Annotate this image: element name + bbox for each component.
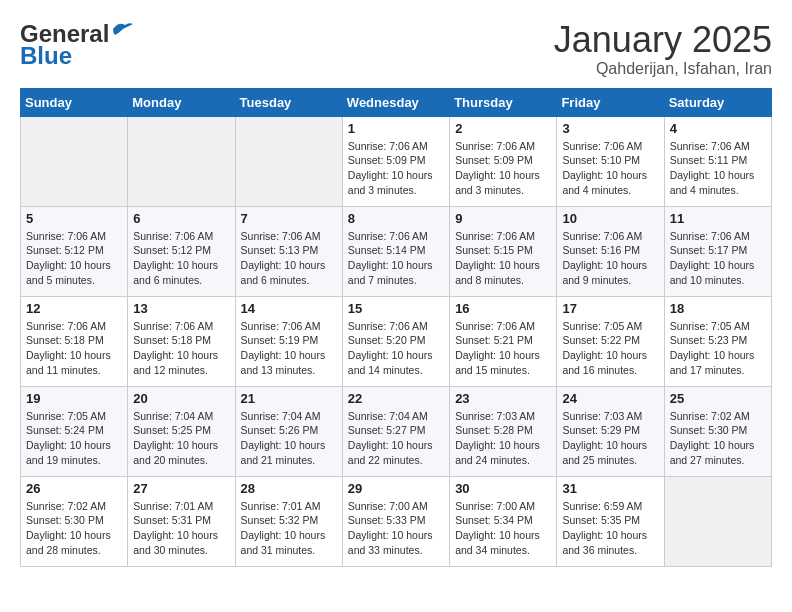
day-info: Sunrise: 7:00 AM Sunset: 5:34 PM Dayligh… bbox=[455, 499, 551, 558]
day-number: 5 bbox=[26, 211, 122, 226]
day-info: Sunrise: 7:06 AM Sunset: 5:13 PM Dayligh… bbox=[241, 229, 337, 288]
week-row-1: 1Sunrise: 7:06 AM Sunset: 5:09 PM Daylig… bbox=[21, 116, 772, 206]
day-info: Sunrise: 7:06 AM Sunset: 5:15 PM Dayligh… bbox=[455, 229, 551, 288]
day-number: 7 bbox=[241, 211, 337, 226]
day-number: 9 bbox=[455, 211, 551, 226]
table-row: 4Sunrise: 7:06 AM Sunset: 5:11 PM Daylig… bbox=[664, 116, 771, 206]
day-number: 1 bbox=[348, 121, 444, 136]
table-row: 23Sunrise: 7:03 AM Sunset: 5:28 PM Dayli… bbox=[450, 386, 557, 476]
logo: General Blue bbox=[20, 20, 133, 70]
table-row: 14Sunrise: 7:06 AM Sunset: 5:19 PM Dayli… bbox=[235, 296, 342, 386]
table-row: 12Sunrise: 7:06 AM Sunset: 5:18 PM Dayli… bbox=[21, 296, 128, 386]
table-row: 22Sunrise: 7:04 AM Sunset: 5:27 PM Dayli… bbox=[342, 386, 449, 476]
table-row bbox=[664, 476, 771, 566]
day-info: Sunrise: 7:05 AM Sunset: 5:24 PM Dayligh… bbox=[26, 409, 122, 468]
day-info: Sunrise: 7:01 AM Sunset: 5:32 PM Dayligh… bbox=[241, 499, 337, 558]
table-row: 24Sunrise: 7:03 AM Sunset: 5:29 PM Dayli… bbox=[557, 386, 664, 476]
day-number: 2 bbox=[455, 121, 551, 136]
title-block: January 2025 Qahderijan, Isfahan, Iran bbox=[554, 20, 772, 78]
day-info: Sunrise: 7:06 AM Sunset: 5:18 PM Dayligh… bbox=[133, 319, 229, 378]
table-row: 2Sunrise: 7:06 AM Sunset: 5:09 PM Daylig… bbox=[450, 116, 557, 206]
page-header: General Blue January 2025 Qahderijan, Is… bbox=[20, 20, 772, 78]
table-row: 16Sunrise: 7:06 AM Sunset: 5:21 PM Dayli… bbox=[450, 296, 557, 386]
day-number: 17 bbox=[562, 301, 658, 316]
day-number: 25 bbox=[670, 391, 766, 406]
day-info: Sunrise: 7:06 AM Sunset: 5:16 PM Dayligh… bbox=[562, 229, 658, 288]
day-info: Sunrise: 7:04 AM Sunset: 5:25 PM Dayligh… bbox=[133, 409, 229, 468]
table-row: 5Sunrise: 7:06 AM Sunset: 5:12 PM Daylig… bbox=[21, 206, 128, 296]
day-info: Sunrise: 7:04 AM Sunset: 5:27 PM Dayligh… bbox=[348, 409, 444, 468]
day-number: 22 bbox=[348, 391, 444, 406]
day-number: 4 bbox=[670, 121, 766, 136]
day-number: 10 bbox=[562, 211, 658, 226]
table-row: 6Sunrise: 7:06 AM Sunset: 5:12 PM Daylig… bbox=[128, 206, 235, 296]
day-number: 19 bbox=[26, 391, 122, 406]
day-number: 12 bbox=[26, 301, 122, 316]
day-info: Sunrise: 7:00 AM Sunset: 5:33 PM Dayligh… bbox=[348, 499, 444, 558]
table-row: 20Sunrise: 7:04 AM Sunset: 5:25 PM Dayli… bbox=[128, 386, 235, 476]
day-info: Sunrise: 7:04 AM Sunset: 5:26 PM Dayligh… bbox=[241, 409, 337, 468]
table-row: 3Sunrise: 7:06 AM Sunset: 5:10 PM Daylig… bbox=[557, 116, 664, 206]
col-wednesday: Wednesday bbox=[342, 88, 449, 116]
table-row: 1Sunrise: 7:06 AM Sunset: 5:09 PM Daylig… bbox=[342, 116, 449, 206]
day-info: Sunrise: 7:03 AM Sunset: 5:28 PM Dayligh… bbox=[455, 409, 551, 468]
day-number: 24 bbox=[562, 391, 658, 406]
table-row: 17Sunrise: 7:05 AM Sunset: 5:22 PM Dayli… bbox=[557, 296, 664, 386]
weekday-header-row: Sunday Monday Tuesday Wednesday Thursday… bbox=[21, 88, 772, 116]
day-info: Sunrise: 7:05 AM Sunset: 5:22 PM Dayligh… bbox=[562, 319, 658, 378]
table-row: 25Sunrise: 7:02 AM Sunset: 5:30 PM Dayli… bbox=[664, 386, 771, 476]
day-number: 26 bbox=[26, 481, 122, 496]
day-number: 30 bbox=[455, 481, 551, 496]
day-info: Sunrise: 7:06 AM Sunset: 5:10 PM Dayligh… bbox=[562, 139, 658, 198]
day-info: Sunrise: 7:06 AM Sunset: 5:09 PM Dayligh… bbox=[348, 139, 444, 198]
day-info: Sunrise: 7:06 AM Sunset: 5:20 PM Dayligh… bbox=[348, 319, 444, 378]
day-info: Sunrise: 6:59 AM Sunset: 5:35 PM Dayligh… bbox=[562, 499, 658, 558]
table-row: 19Sunrise: 7:05 AM Sunset: 5:24 PM Dayli… bbox=[21, 386, 128, 476]
table-row: 18Sunrise: 7:05 AM Sunset: 5:23 PM Dayli… bbox=[664, 296, 771, 386]
table-row: 28Sunrise: 7:01 AM Sunset: 5:32 PM Dayli… bbox=[235, 476, 342, 566]
col-sunday: Sunday bbox=[21, 88, 128, 116]
day-number: 15 bbox=[348, 301, 444, 316]
table-row: 7Sunrise: 7:06 AM Sunset: 5:13 PM Daylig… bbox=[235, 206, 342, 296]
table-row: 31Sunrise: 6:59 AM Sunset: 5:35 PM Dayli… bbox=[557, 476, 664, 566]
table-row: 27Sunrise: 7:01 AM Sunset: 5:31 PM Dayli… bbox=[128, 476, 235, 566]
col-friday: Friday bbox=[557, 88, 664, 116]
day-info: Sunrise: 7:06 AM Sunset: 5:14 PM Dayligh… bbox=[348, 229, 444, 288]
week-row-3: 12Sunrise: 7:06 AM Sunset: 5:18 PM Dayli… bbox=[21, 296, 772, 386]
day-info: Sunrise: 7:06 AM Sunset: 5:09 PM Dayligh… bbox=[455, 139, 551, 198]
day-number: 13 bbox=[133, 301, 229, 316]
day-number: 18 bbox=[670, 301, 766, 316]
location-subtitle: Qahderijan, Isfahan, Iran bbox=[554, 60, 772, 78]
col-thursday: Thursday bbox=[450, 88, 557, 116]
logo-blue: Blue bbox=[20, 42, 72, 70]
day-info: Sunrise: 7:05 AM Sunset: 5:23 PM Dayligh… bbox=[670, 319, 766, 378]
logo-bird-icon bbox=[111, 21, 133, 37]
day-number: 16 bbox=[455, 301, 551, 316]
day-number: 6 bbox=[133, 211, 229, 226]
day-number: 23 bbox=[455, 391, 551, 406]
table-row bbox=[235, 116, 342, 206]
day-info: Sunrise: 7:02 AM Sunset: 5:30 PM Dayligh… bbox=[670, 409, 766, 468]
day-info: Sunrise: 7:06 AM Sunset: 5:12 PM Dayligh… bbox=[133, 229, 229, 288]
day-info: Sunrise: 7:06 AM Sunset: 5:19 PM Dayligh… bbox=[241, 319, 337, 378]
month-year-title: January 2025 bbox=[554, 20, 772, 60]
table-row: 10Sunrise: 7:06 AM Sunset: 5:16 PM Dayli… bbox=[557, 206, 664, 296]
col-tuesday: Tuesday bbox=[235, 88, 342, 116]
day-number: 29 bbox=[348, 481, 444, 496]
day-info: Sunrise: 7:01 AM Sunset: 5:31 PM Dayligh… bbox=[133, 499, 229, 558]
table-row: 9Sunrise: 7:06 AM Sunset: 5:15 PM Daylig… bbox=[450, 206, 557, 296]
week-row-5: 26Sunrise: 7:02 AM Sunset: 5:30 PM Dayli… bbox=[21, 476, 772, 566]
day-info: Sunrise: 7:06 AM Sunset: 5:17 PM Dayligh… bbox=[670, 229, 766, 288]
table-row: 8Sunrise: 7:06 AM Sunset: 5:14 PM Daylig… bbox=[342, 206, 449, 296]
day-info: Sunrise: 7:06 AM Sunset: 5:11 PM Dayligh… bbox=[670, 139, 766, 198]
day-info: Sunrise: 7:03 AM Sunset: 5:29 PM Dayligh… bbox=[562, 409, 658, 468]
day-number: 14 bbox=[241, 301, 337, 316]
day-number: 8 bbox=[348, 211, 444, 226]
day-number: 31 bbox=[562, 481, 658, 496]
day-info: Sunrise: 7:06 AM Sunset: 5:21 PM Dayligh… bbox=[455, 319, 551, 378]
table-row: 29Sunrise: 7:00 AM Sunset: 5:33 PM Dayli… bbox=[342, 476, 449, 566]
col-monday: Monday bbox=[128, 88, 235, 116]
col-saturday: Saturday bbox=[664, 88, 771, 116]
table-row: 26Sunrise: 7:02 AM Sunset: 5:30 PM Dayli… bbox=[21, 476, 128, 566]
calendar-table: Sunday Monday Tuesday Wednesday Thursday… bbox=[20, 88, 772, 567]
